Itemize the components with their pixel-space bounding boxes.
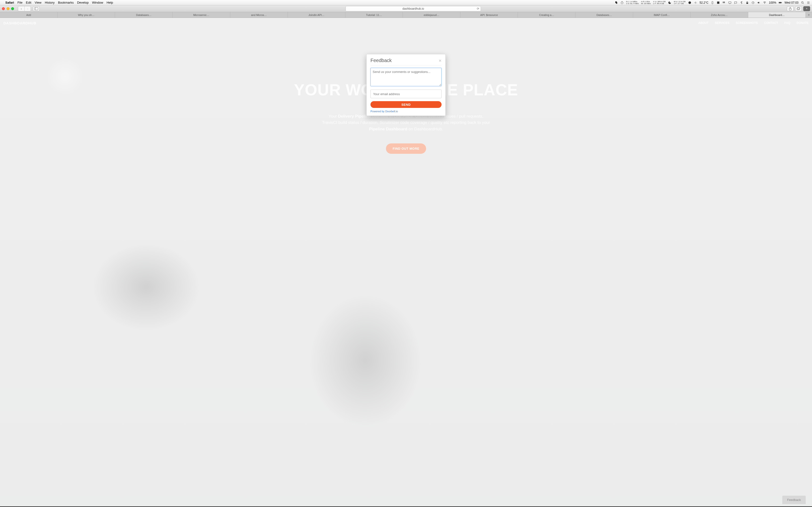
site-brand[interactable]: DASHBOARDHUB [3,21,36,25]
memory-stats[interactable]: M U: 12.4 GB1 F: 2.7 GB [674,1,686,5]
svg-rect-7 [747,2,748,4]
tab-bar: AddWhy you sh…Databases…Microservic…and … [0,12,812,18]
browser-tab[interactable]: IMAP Confi… [633,12,691,18]
site-nav-links: ABOUT SERVICES SCREENSHOTS CONTACT FAQ D… [698,21,809,24]
find-out-more-button[interactable]: FIND OUT MORE [386,144,426,154]
nav-contact[interactable]: CONTACT [764,21,778,24]
pie-chart-icon[interactable] [668,1,671,4]
lock-icon[interactable] [746,1,749,4]
browser-tab[interactable]: Zoho Accou… [691,12,748,18]
nav-screenshots[interactable]: SCREENSHOTS [735,21,758,24]
window-close-button[interactable] [2,7,5,10]
new-tab-button[interactable]: ＋ [803,6,810,11]
window-controls [2,7,14,10]
safari-toolbar: ‹ › dashboardhub.io ⟳ ＋ [0,5,812,12]
display-icon[interactable] [728,1,731,4]
chat-icon[interactable] [734,1,737,4]
nav-donate[interactable]: DONATE [797,21,809,24]
feedback-modal: Feedback × SEND Powered by Doorbell.io [366,54,446,116]
cpu-temp[interactable]: 52.2°C [700,1,709,4]
svg-rect-11 [779,2,781,3]
browser-tab[interactable]: Databases… [575,12,633,18]
browser-tab[interactable]: Microservic… [172,12,230,18]
svg-rect-18 [798,7,800,9]
menu-develop[interactable]: Develop [77,1,89,4]
menubar-clock[interactable]: Wed 07:03 [784,1,799,4]
feedback-send-button[interactable]: SEND [370,101,442,108]
network-stats-1[interactable]: N I: 1.4 MB/s1 O: 81.7 KB/s [626,1,639,5]
menu-history[interactable]: History [45,1,54,4]
menu-view[interactable]: View [35,1,42,4]
svg-point-0 [621,1,623,4]
reload-icon[interactable]: ⟳ [477,7,479,10]
browser-tab[interactable]: eddiejaoud… [403,12,460,18]
spotlight-icon[interactable] [801,1,804,4]
menu-bookmarks[interactable]: Bookmarks [58,1,74,4]
nav-services[interactable]: SERVICES [715,21,729,24]
svg-rect-4 [712,1,713,4]
notification-center-icon[interactable] [807,1,810,4]
evernote-icon[interactable] [615,1,618,4]
tab-add-button[interactable]: + [806,12,812,18]
nav-back-forward: ‹ › [18,6,31,11]
svg-rect-5 [717,1,719,4]
window-minimize-button[interactable] [6,7,9,10]
browser-tab[interactable]: Tutorial: 11… [345,12,403,18]
browser-tab[interactable]: API: $resource [460,12,518,18]
show-tabs-button[interactable] [795,6,802,11]
browser-tab[interactable]: and Micros… [230,12,288,18]
menu-edit[interactable]: Edit [26,1,31,4]
share-button[interactable] [787,6,794,11]
nav-forward-button[interactable]: › [24,6,31,11]
menu-help[interactable]: Help [107,1,113,4]
svg-point-9 [765,3,765,4]
battery-icon[interactable] [779,1,782,4]
dropbox-icon[interactable] [722,1,726,4]
macos-menubar: Safari File Edit View History Bookmarks … [0,0,812,5]
device-phone-icon[interactable] [711,1,714,4]
browser-tab[interactable]: Dashboard… [748,12,806,18]
sidebar-toggle-button[interactable] [33,6,40,11]
address-bar-url: dashboardhub.io [402,7,424,10]
address-bar[interactable]: dashboardhub.io ⟳ [346,6,481,11]
page-viewport: DASHBOARDHUB ABOUT SERVICES SCREENSHOTS … [0,18,812,507]
time-machine-icon[interactable] [751,1,755,4]
svg-point-13 [801,1,803,3]
nav-back-button[interactable]: ‹ [18,6,24,11]
wifi-icon[interactable] [763,1,766,4]
browser-tab[interactable]: Databases… [115,12,172,18]
svg-rect-14 [35,7,38,10]
cpu-gauge-icon[interactable] [688,1,692,4]
browser-tab[interactable]: Creating a… [518,12,575,18]
site-nav: DASHBOARDHUB ABOUT SERVICES SCREENSHOTS … [0,18,812,28]
hero-subtext: Your Delivery Pipeline overview in One P… [321,113,491,132]
menubar-app-icon[interactable] [717,1,720,4]
browser-tab[interactable]: Joindin API… [288,12,345,18]
svg-rect-12 [781,2,782,3]
feedback-modal-title: Feedback [370,58,392,63]
app-name[interactable]: Safari [5,1,14,4]
browser-tab[interactable]: Add [0,12,57,18]
disk-stats[interactable]: V U: 369.4 GBL F: 95.4 GB [653,1,666,5]
feedback-comments-input[interactable] [370,68,442,86]
menu-window[interactable]: Window [92,1,103,4]
bluetooth-icon[interactable] [740,1,743,4]
browser-tab[interactable]: Why you sh… [57,12,115,18]
svg-point-3 [695,2,696,3]
network-stats-2[interactable]: H R: 0 B/sW: 16 KB/s [641,1,651,5]
nav-about[interactable]: ABOUT [698,21,709,24]
feedback-powered-by-link[interactable]: Powered by Doorbell.io [370,110,442,113]
menu-file[interactable]: File [17,1,22,4]
feedback-modal-close-button[interactable]: × [439,58,442,63]
nav-faq[interactable]: FAQ [784,21,791,24]
timer-icon[interactable] [620,1,624,4]
volume-icon[interactable] [757,1,761,4]
feedback-email-input[interactable] [370,90,442,98]
fan-icon[interactable] [694,1,697,4]
window-zoom-button[interactable] [11,7,14,10]
feedback-tab-button[interactable]: Feedback [782,496,806,504]
svg-rect-17 [797,8,800,10]
svg-rect-6 [729,1,731,3]
battery-percent[interactable]: 100% [769,1,776,4]
